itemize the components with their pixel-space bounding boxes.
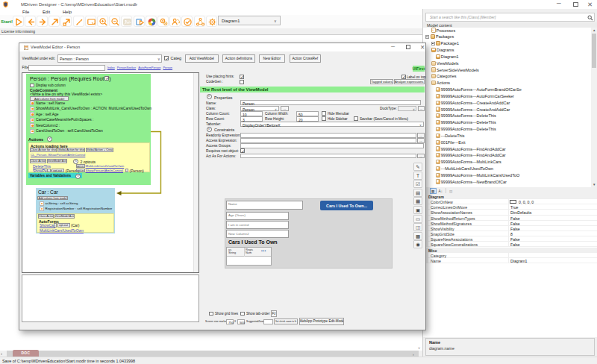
name-field[interactable]: Person	[240, 100, 421, 105]
act-as-field[interactable]	[240, 154, 416, 159]
column-count-field[interactable]: 10	[240, 111, 263, 116]
property-row[interactable]: SquareNewGeneralizationsFalse	[423, 242, 597, 247]
preview-input[interactable]: Age (Years)	[226, 212, 289, 220]
tree-item[interactable]: Categories	[423, 73, 591, 80]
move-arrow-icon[interactable]	[49, 16, 60, 27]
property-row[interactable]: ColorOnNew0, 0, 0, 0	[423, 199, 597, 204]
tree-item[interactable]: ---MultiLinkCarsIUsedToOwn	[423, 166, 591, 172]
add-viewmodel-button[interactable]: Add ViewModel	[185, 54, 219, 63]
gears-icon[interactable]	[157, 16, 169, 27]
action-template-button[interactable]: Global Action for show	[57, 148, 86, 152]
constraints-collapse-icon[interactable]: ˅	[207, 127, 212, 132]
viewmodel-link[interactable]: Index	[107, 66, 115, 69]
property-row[interactable]: CorrectLinesOnMoveTrue	[423, 204, 597, 210]
column-width-field[interactable]: 50	[296, 111, 319, 116]
tree-item[interactable]: ViewModels	[423, 60, 591, 67]
preview-input[interactable]: New Column2	[226, 230, 289, 238]
property-row[interactable]: SquareNewAssociationsFalse	[423, 236, 597, 242]
tree-item[interactable]: 99999AutoForms---NewBrandOfCar	[423, 178, 591, 185]
documentation-pane[interactable]	[22, 274, 199, 322]
menu-edit[interactable]: Edit	[43, 10, 50, 14]
tree-item[interactable]: 99999AutoForms---FindAndAddCar	[423, 145, 591, 152]
tree-item[interactable]: 99999AutoForms---FindAndAddCar	[423, 152, 591, 159]
node-triangle-icon[interactable]	[194, 16, 205, 27]
start-button[interactable]: Start!	[1, 19, 13, 24]
person-column[interactable]: CarsIUsedToOwn : self.CarsIUsedToOwn	[36, 129, 103, 133]
alphabetical-sort-icon[interactable]: A↓	[437, 188, 444, 194]
editor-maximize-icon[interactable]	[406, 45, 410, 49]
new-editor-button[interactable]: New Editor	[259, 54, 285, 63]
ducktype-combo[interactable]: ∨	[398, 106, 416, 111]
action-template-button[interactable]: ViewModel Action	[47, 159, 68, 163]
doc-tab[interactable]: DOC	[13, 350, 39, 357]
checkbox-control-icon[interactable]: ☑	[413, 180, 422, 188]
preview-cars-button[interactable]: Cars I Used To Own...	[320, 201, 373, 210]
tree-item[interactable]: ---DeleteThis	[423, 133, 591, 139]
readonly-expression-field[interactable]	[240, 133, 416, 138]
hide-sidebar-checkbox[interactable]	[322, 116, 326, 121]
tree-item[interactable]: 99999AutoForms---AutoFormCarSeeker	[423, 93, 591, 100]
maximize-icon[interactable]	[573, 2, 578, 7]
preview-data-grid[interactable]: as String Regis Num •••	[226, 247, 272, 266]
check-circle-icon[interactable]	[181, 16, 193, 27]
color-wheel-icon[interactable]	[146, 16, 157, 27]
class-browse-button[interactable]: ...	[281, 106, 289, 111]
tree-item[interactable]: 99999AutoForms---CreateAndAddCar	[423, 106, 591, 113]
person-column[interactable]: Name : self.Name	[36, 101, 65, 105]
diagram-selector-combo[interactable]: Diagram1 ∨	[218, 16, 281, 25]
menu-help[interactable]: Help	[63, 10, 72, 14]
tree-item[interactable]: 99999AutoForms---MultiLinkCarsIUsedToO	[423, 172, 591, 179]
select-rectangle-icon[interactable]	[85, 16, 96, 27]
action-template-button[interactable]: ViewModel Action	[54, 214, 75, 219]
property-row[interactable]: ShowAssociationNamesDimDefaults	[423, 210, 597, 215]
filter-input[interactable]	[28, 65, 105, 72]
tree-expander-icon[interactable]	[431, 42, 435, 46]
access-expression-field[interactable]	[240, 138, 416, 143]
tagged-values-button[interactable]: Tagged values	[370, 79, 393, 85]
menu-file[interactable]: File	[22, 10, 29, 14]
dashed-line-icon[interactable]	[73, 16, 84, 27]
tree-item[interactable]: 99999AutoForms---DeleteThis	[423, 119, 591, 126]
property-row[interactable]: ShowMethodReturnTypesFalse	[423, 216, 597, 221]
scroll-up-icon[interactable]: ▲	[593, 29, 596, 33]
minimize-icon[interactable]: ─	[557, 1, 561, 7]
show-tab-order-checkbox[interactable]	[240, 312, 245, 316]
show-grid-lines-checkbox[interactable]	[209, 312, 213, 316]
action-template-button[interactable]: Class Action for show	[30, 148, 57, 152]
viewmodel-link[interactable]: PersonSeeker	[117, 66, 136, 69]
tree-item[interactable]: 99999AutoForms---MultiLinkCars	[423, 159, 591, 166]
property-row[interactable]: SnapGridSize8	[423, 231, 597, 236]
gear-circle-icon[interactable]	[206, 16, 217, 27]
tree-item[interactable]: 99999AutoForms---DeleteThis	[423, 126, 591, 133]
suggested-zoom-field[interactable]	[263, 319, 273, 324]
tree-item[interactable]: ServerSideViewModels	[423, 66, 591, 73]
panel-collapse-icon[interactable]: ˅	[418, 346, 420, 351]
action-definitions-button[interactable]: Action definitions	[222, 54, 255, 63]
tree-item[interactable]: Actions	[423, 80, 591, 87]
viewmodel-combo[interactable]: Person : Person ∨	[57, 54, 162, 63]
hide-menubar-checkbox[interactable]	[322, 111, 326, 116]
user-sync-icon[interactable]	[169, 16, 181, 27]
person-column[interactable]: NewColumn2 :	[36, 124, 60, 128]
tree-item[interactable]: Packages	[423, 34, 591, 40]
preview-grid-menu-dots[interactable]: •••	[261, 248, 266, 253]
image-control-icon[interactable]: ▣	[413, 206, 422, 214]
webapp-prototype-button[interactable]: WebApp Prototype Edit-Mode	[299, 318, 344, 326]
back-arrow-icon[interactable]	[25, 16, 36, 27]
person-column[interactable]: CamelCaseMeansIrlePutInSpaces :	[36, 118, 93, 122]
tree-item[interactable]: ›Processes	[423, 27, 591, 34]
class-combo[interactable]: Person∨	[240, 106, 279, 111]
property-row[interactable]: NameDiagram1	[423, 258, 597, 263]
codegen-checkbox[interactable]	[240, 80, 244, 84]
run-prototype-icon[interactable]	[134, 16, 145, 27]
taborder-combo[interactable]: DisplayOrderYBeforeX∨	[240, 122, 424, 127]
tree-scrollbar-thumb[interactable]	[592, 34, 596, 68]
properties-collapse-icon[interactable]: ˄	[207, 94, 212, 99]
tree-item[interactable]: 99999AutoForms---AutoFormBrandOfCarSe	[423, 87, 591, 93]
property-row[interactable]: ShowMethodSignaturesFalse	[423, 221, 597, 226]
link-arrow-icon[interactable]	[60, 16, 72, 27]
requires-root-object-checkbox[interactable]	[240, 148, 245, 153]
button-control-icon[interactable]: ▭	[413, 215, 422, 223]
row-height-field[interactable]: 20	[296, 116, 319, 122]
datagrid-control-icon[interactable]: ▦	[413, 197, 422, 205]
